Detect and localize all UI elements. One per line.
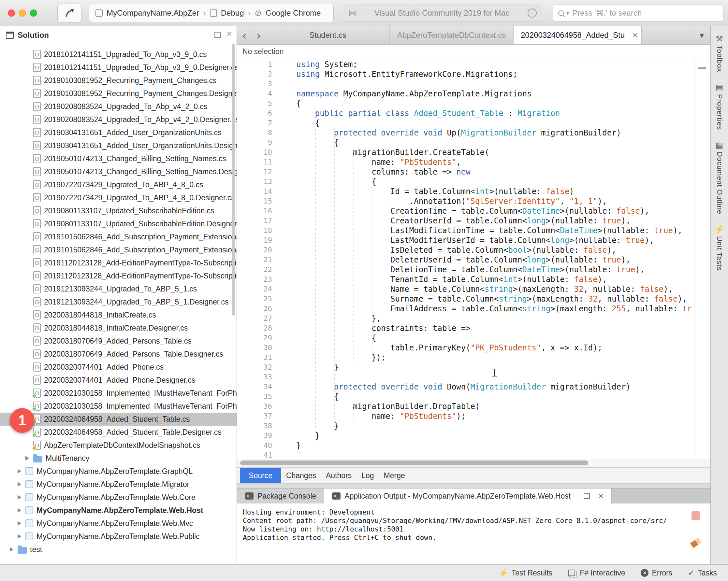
code-editor[interactable]: 1using System;2using Microsoft.EntityFra… xyxy=(237,59,710,459)
chevron-collapsed-icon[interactable] xyxy=(18,521,21,526)
breadcrumb-solution[interactable]: MyCompanyName.AbpZer xyxy=(107,8,199,18)
tree-item-file[interactable]: 20191213093244_Upgraded_To_ABP_5_1.cs xyxy=(0,282,237,295)
chevron-collapsed-icon[interactable] xyxy=(18,469,21,473)
clear-output-button[interactable] xyxy=(690,538,702,548)
tree-item-project[interactable]: MyCompanyName.AbpZeroTemplate.Web.Mvc xyxy=(0,517,237,530)
tree-item-file[interactable]: 20200318070649_Added_Persons_Table.cs xyxy=(0,334,237,348)
zoom-window-button[interactable] xyxy=(30,9,37,17)
run-button[interactable] xyxy=(57,4,81,23)
tree-item-file[interactable]: +20200321030158_Implemented_IMustHaveTen… xyxy=(0,387,237,399)
tree-item-file[interactable]: 20190722073429_Upgrated_To_ABP_4_8_0.cs xyxy=(0,178,237,191)
statusbar-item-fsharp[interactable]: F# Interactive xyxy=(568,569,625,577)
code-token xyxy=(343,109,348,118)
close-window-button[interactable] xyxy=(8,9,15,17)
code-token: { xyxy=(296,392,339,401)
tree-item-file[interactable]: 20190501074213_Changed_Billing_Setting_N… xyxy=(0,165,237,178)
editor-tab[interactable]: Student.cs xyxy=(266,26,390,44)
chevron-collapsed-icon[interactable] xyxy=(18,534,21,539)
tree-item-file[interactable]: 20191015062846_Add_Subscription_Payment_… xyxy=(0,243,237,256)
updates-icon[interactable]: ↑ xyxy=(527,8,537,18)
vcs-tab-merge[interactable]: Merge xyxy=(379,468,410,483)
dock-panel-button[interactable] xyxy=(583,493,590,499)
tree-item-file[interactable]: 20181012141151_Upgraded_To_Abp_v3_9_0.De… xyxy=(0,61,237,74)
minimize-window-button[interactable] xyxy=(19,9,26,17)
tree-item-label: MyCompanyName.AbpZeroTemplate.Web.Mvc xyxy=(36,519,193,528)
csharp-file-icon xyxy=(33,297,41,306)
tree-item-file[interactable]: 20181012141151_Upgraded_To_Abp_v3_9_0.cs xyxy=(0,48,237,61)
tree-item-file[interactable]: 20190103081952_Recurring_Payment_Changes… xyxy=(0,87,237,100)
chevron-collapsed-icon[interactable] xyxy=(25,456,29,461)
indent-guide xyxy=(334,128,335,431)
dock-item-unit-tests[interactable]: ⚡Unit Tests xyxy=(714,225,724,271)
dock-item-toolbox[interactable]: ⚒Toolbox xyxy=(715,34,724,72)
chevron-collapsed-icon[interactable] xyxy=(18,508,21,513)
tree-item-file[interactable]: 20200318044818_InitialCreate.cs xyxy=(0,308,237,322)
tree-item-file[interactable]: 20200320074401_Added_Phone.Designer.cs xyxy=(0,374,237,387)
tree-item-file[interactable]: AbpZeroTemplateDbContextModelSnapshot.cs xyxy=(0,439,237,452)
tree-item-file[interactable]: +20200321030158_Implemented_IMustHaveTen… xyxy=(0,399,237,413)
editor-horizontal-scrollbar[interactable] xyxy=(240,461,588,465)
tree-item-file[interactable]: 20191120123128_Add-EditionPaymentType-To… xyxy=(0,256,237,269)
vcs-tab-source[interactable]: Source xyxy=(240,468,281,483)
dock-item-outline[interactable]: ▦Document Outline xyxy=(715,141,724,214)
tree-item-file[interactable]: 20190722073429_Upgrated_To_ABP_4_8_0.Des… xyxy=(0,191,237,204)
statusbar-item-test-results[interactable]: ⚡Test Results xyxy=(499,569,552,577)
tree-item-file[interactable]: 20191015062846_Add_Subscription_Payment_… xyxy=(0,230,237,243)
tree-item-file[interactable]: 20190304131651_Added_User_OrganizationUn… xyxy=(0,126,237,139)
tree-item-file[interactable]: 20200318070649_Added_Persons_Table.Desig… xyxy=(0,348,237,361)
statusbar-item-tasks[interactable]: ✓Tasks xyxy=(688,569,717,577)
tree-item-file[interactable]: 20190304131651_Added_User_OrganizationUn… xyxy=(0,139,237,152)
editor-tab[interactable]: AbpZeroTemplateDbContext.cs xyxy=(390,26,514,44)
tree-item-file[interactable]: +20200324064958_Added_Student_Table.cs xyxy=(0,413,237,426)
global-search-input[interactable] xyxy=(572,8,718,18)
tree-item-project[interactable]: MyCompanyName.AbpZeroTemplate.Web.Core xyxy=(0,491,237,504)
tree-item-file[interactable]: +20200324064958_Added_Student_Table.Desi… xyxy=(0,426,237,439)
tree-item-file[interactable]: 20191213093244_Upgraded_To_ABP_5_1.Desig… xyxy=(0,295,237,308)
tree-item-folder[interactable]: test xyxy=(0,543,237,556)
startup-project-breadcrumb[interactable]: MyCompanyName.AbpZer › Debug › ⊘ Google … xyxy=(89,4,334,22)
sidebar-scrollbar[interactable] xyxy=(232,44,235,315)
tree-item-file[interactable]: 20190103081952_Recurring_Payment_Changes… xyxy=(0,74,237,87)
chevron-collapsed-icon[interactable] xyxy=(18,482,21,487)
editor-vertical-scrollbar[interactable] xyxy=(698,67,706,69)
tree-item-file[interactable]: 20190501074213_Changed_Billing_Setting_N… xyxy=(0,152,237,165)
editor-tab[interactable]: 20200324064958_Added_Stu× xyxy=(514,26,642,44)
close-pad-button[interactable]: × xyxy=(227,29,232,38)
nav-forward-button[interactable]: › xyxy=(252,26,266,44)
tree-item-file[interactable]: 20200318044818_InitialCreate.Designer.cs xyxy=(0,322,237,334)
code-token: CreatorUserId = table.Column< xyxy=(296,216,527,225)
nav-back-button[interactable]: ‹ xyxy=(237,26,252,44)
output-stop-swatch[interactable] xyxy=(692,511,700,520)
csharp-file-icon xyxy=(33,128,41,137)
solution-pad-title: Solution xyxy=(18,31,49,40)
tab-list-dropdown[interactable]: ▾ xyxy=(700,30,710,40)
dock-pad-button[interactable] xyxy=(214,32,221,38)
global-search[interactable]: ▾ xyxy=(553,5,723,22)
chevron-collapsed-icon[interactable] xyxy=(18,495,21,500)
tree-item-project[interactable]: MyCompanyName.AbpZeroTemplate.Migrator xyxy=(0,478,237,491)
dock-item-properties[interactable]: ▤Properties xyxy=(715,83,724,130)
close-panel-button[interactable]: × xyxy=(598,492,603,501)
chevron-collapsed-icon[interactable] xyxy=(10,547,14,552)
code-text: DeleterUserId = table.Column<long>(nulla… xyxy=(272,255,630,265)
tree-item-project[interactable]: MyCompanyName.AbpZeroTemplate.Web.Host xyxy=(0,504,237,517)
csharp-file-icon xyxy=(33,102,41,111)
tree-item-project[interactable]: MyCompanyName.AbpZeroTemplate.GraphQL xyxy=(0,465,237,478)
tree-item-file[interactable]: 20190801133107_Updated_SubscribableEditi… xyxy=(0,204,237,217)
tree-item-project[interactable]: MyCompanyName.AbpZeroTemplate.Web.Public xyxy=(0,530,237,543)
vcs-tab-changes[interactable]: Changes xyxy=(281,468,321,483)
tree-item-folder[interactable]: MultiTenancy xyxy=(0,452,237,465)
tree-item-file[interactable]: 20190208083524_Upgraded_To_Abp_v4_2_0.cs xyxy=(0,100,237,113)
panel-tab[interactable]: >_Application Output - MyCompanyName.Abp… xyxy=(324,489,612,503)
tree-item-file[interactable]: 20191120123128_Add-EditionPaymentType-To… xyxy=(0,269,237,282)
tree-item-file[interactable]: 20200320074401_Added_Phone.cs xyxy=(0,361,237,374)
panel-tab[interactable]: >_Package Console xyxy=(237,489,324,503)
breadcrumb-target[interactable]: Google Chrome xyxy=(266,8,321,18)
tree-item-file[interactable]: 20190208083524_Upgraded_To_Abp_v4_2_0.De… xyxy=(0,113,237,126)
close-tab-icon[interactable]: × xyxy=(632,30,638,40)
vcs-tab-log[interactable]: Log xyxy=(357,468,379,483)
statusbar-item-errors[interactable]: ×Errors xyxy=(641,569,672,577)
vcs-tab-authors[interactable]: Authors xyxy=(321,468,357,483)
breadcrumb-configuration[interactable]: Debug xyxy=(221,8,244,18)
tree-item-file[interactable]: 20190801133107_Updated_SubscribableEditi… xyxy=(0,217,237,230)
